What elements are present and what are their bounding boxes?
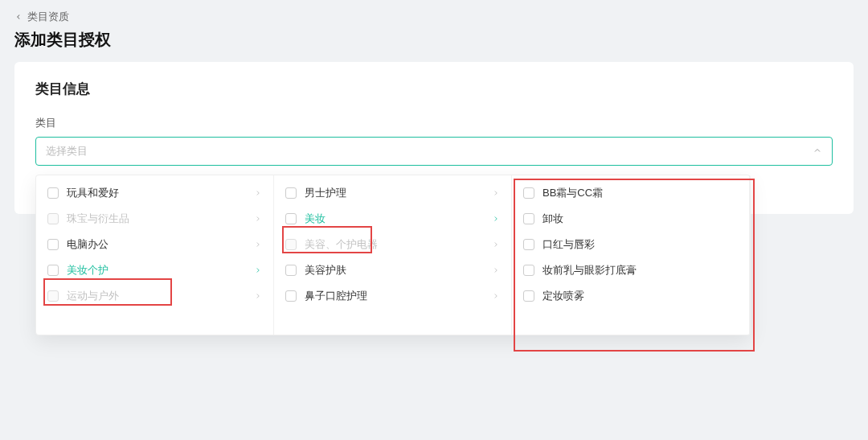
cascader-option: 美容、个护电器: [274, 232, 511, 257]
cascader-option: 运动与户外: [36, 283, 273, 309]
cascader-option[interactable]: 美容护肤: [274, 257, 511, 283]
section-title: 类目信息: [35, 80, 833, 98]
checkbox-icon: [47, 265, 59, 276]
cascader-option[interactable]: 妆前乳与眼影打底膏: [512, 257, 749, 283]
cascader-option-label: 定妆喷雾: [542, 289, 738, 303]
cascader-option[interactable]: 美妆个护: [36, 257, 273, 283]
cascader-option[interactable]: 鼻子口腔护理: [274, 283, 511, 309]
chevron-left-icon: [14, 11, 23, 23]
checkbox-icon: [523, 213, 534, 224]
cascader-option-label: 卸妆: [542, 212, 738, 226]
checkbox-icon: [285, 187, 297, 199]
cascader-option-label: 电脑办公: [67, 237, 246, 252]
cascader-option[interactable]: 美妆: [274, 206, 511, 232]
checkbox-icon: [285, 213, 297, 224]
cascader-option-label: 美妆: [305, 212, 484, 226]
cascader-option-label: 口红与唇彩: [542, 237, 738, 252]
chevron-right-icon: [492, 241, 500, 249]
cascader-column-3: BB霜与CC霜卸妆口红与唇彩妆前乳与眼影打底膏定妆喷雾: [512, 175, 750, 335]
cascader-option[interactable]: 口红与唇彩: [512, 232, 749, 257]
cascader-option[interactable]: 玩具和爱好: [36, 180, 273, 206]
checkbox-icon: [523, 265, 534, 276]
cascader-option-label: 男士护理: [305, 186, 484, 200]
page-title: 添加类目授权: [0, 27, 868, 62]
breadcrumb[interactable]: 类目资质: [0, 0, 868, 27]
checkbox-icon: [47, 239, 59, 250]
chevron-right-icon: [492, 292, 500, 300]
cascader-option[interactable]: 卸妆: [512, 206, 749, 232]
checkbox-icon: [285, 290, 297, 302]
chevron-right-icon: [254, 266, 262, 274]
cascader-option[interactable]: 男士护理: [274, 180, 511, 206]
cascader-option-label: 美容护肤: [305, 263, 484, 278]
chevron-right-icon: [254, 292, 262, 300]
cascader-column-1: 玩具和爱好珠宝与衍生品电脑办公美妆个护运动与户外: [36, 175, 274, 335]
cascader-option-label: 妆前乳与眼影打底膏: [542, 263, 738, 278]
checkbox-icon: [523, 290, 534, 302]
chevron-right-icon: [492, 266, 500, 274]
checkbox-icon: [285, 239, 297, 250]
category-cascader-dropdown: 玩具和爱好珠宝与衍生品电脑办公美妆个护运动与户外 男士护理美妆美容、个护电器美容…: [35, 175, 751, 335]
cascader-column-2: 男士护理美妆美容、个护电器美容护肤鼻子口腔护理: [274, 175, 512, 335]
cascader-option-label: 美妆个护: [67, 263, 246, 278]
cascader-option[interactable]: 电脑办公: [36, 232, 273, 257]
chevron-right-icon: [254, 189, 262, 197]
cascader-option-label: BB霜与CC霜: [542, 186, 738, 200]
cascader-option-label: 玩具和爱好: [67, 186, 246, 200]
checkbox-icon: [523, 239, 534, 250]
chevron-right-icon: [492, 189, 500, 197]
category-select-placeholder: 选择类目: [46, 144, 88, 158]
category-info-card: 类目信息 类目 选择类目 玩具和爱好珠宝与衍生品电脑办公美妆个护运动与户外 男士…: [14, 62, 854, 214]
cascader-option-label: 运动与户外: [67, 289, 246, 303]
cascader-option-label: 鼻子口腔护理: [305, 289, 484, 303]
breadcrumb-parent: 类目资质: [27, 10, 69, 24]
cascader-option: 珠宝与衍生品: [36, 206, 273, 232]
category-field-label: 类目: [35, 116, 833, 130]
chevron-right-icon: [254, 215, 262, 223]
cascader-option[interactable]: BB霜与CC霜: [512, 180, 749, 206]
chevron-right-icon: [254, 241, 262, 249]
checkbox-icon: [285, 265, 297, 276]
cascader-option-label: 珠宝与衍生品: [67, 212, 246, 226]
chevron-up-icon: [813, 146, 822, 158]
chevron-right-icon: [492, 215, 500, 223]
checkbox-icon: [47, 213, 59, 224]
checkbox-icon: [47, 187, 59, 199]
cascader-option[interactable]: 定妆喷雾: [512, 283, 749, 309]
checkbox-icon: [47, 290, 59, 302]
cascader-option-label: 美容、个护电器: [305, 237, 484, 252]
category-select-input[interactable]: 选择类目: [35, 137, 833, 166]
checkbox-icon: [523, 187, 534, 199]
